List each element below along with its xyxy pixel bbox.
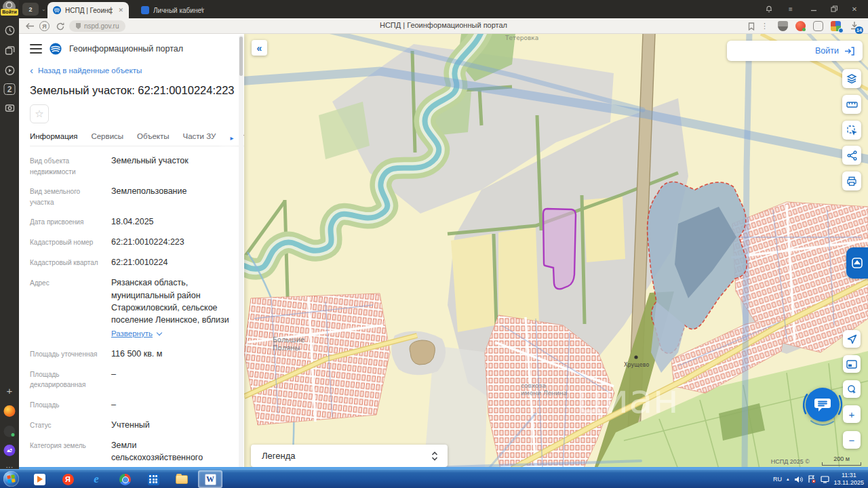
back-to-results-link[interactable]: ‹ Назад в найденные объекты <box>30 66 142 75</box>
app-title: Геоинформационный портал <box>69 44 183 54</box>
legend-bar[interactable]: Легенда <box>251 445 448 467</box>
browser-side-strip: Войти 2 + ⋯ <box>0 0 19 469</box>
locate-button[interactable] <box>843 330 861 348</box>
menu-icon[interactable] <box>30 44 42 54</box>
back-chevron-icon: ‹ <box>30 67 33 74</box>
panel-tabs: ИнформацияСервисыОбъектыЧасти ЗУСоста <box>30 129 244 146</box>
map-canvas[interactable]: ТетеровкаБольшие ПоляныХрущевосовхоза им… <box>244 34 868 469</box>
taskbar-app-grid[interactable] <box>141 470 165 488</box>
object-info-panel: Геоинформационный портал ‹ Назад в найде… <box>19 34 244 469</box>
downloads-icon[interactable]: 14 <box>850 21 860 31</box>
taskbar-media-player[interactable] <box>27 470 52 488</box>
tabs-scroll-right-button[interactable]: ▸ <box>225 130 239 145</box>
tab-nspd[interactable]: НСПД | Геоинформац ✕ <box>47 2 129 18</box>
attribute-value: 62:21:0010224:223 <box>111 236 184 248</box>
attribute-value: – <box>111 399 116 411</box>
layers-button[interactable] <box>842 69 861 88</box>
chat-bubble-icon <box>814 396 831 413</box>
attribute-row: Вид объекта недвижимости Земельный участ… <box>30 155 229 177</box>
panel-scrollbar[interactable] <box>239 35 243 468</box>
zoom-out-button[interactable]: − <box>843 431 861 449</box>
history-icon[interactable] <box>4 24 16 36</box>
panel-tab[interactable]: Части ЗУ <box>183 132 216 146</box>
attribute-value: – <box>111 368 116 390</box>
start-button[interactable] <box>3 471 19 487</box>
search-on-map-button[interactable] <box>843 380 861 398</box>
tab-groups-button[interactable]: 2 <box>22 3 39 16</box>
display-icon[interactable] <box>821 476 829 483</box>
share-button[interactable] <box>842 146 861 165</box>
select-area-button[interactable] <box>842 121 861 140</box>
restore-button[interactable] <box>829 4 840 14</box>
side-widget-tab[interactable] <box>846 247 868 279</box>
browser-addressbar: Я nspd.gov.ru НСПД | Геоинформационный п… <box>19 18 868 34</box>
tray-expand-icon[interactable]: ▴ <box>787 476 789 482</box>
tab-close-icon[interactable]: ✕ <box>118 7 123 14</box>
attribute-label: Кадастровый номер <box>30 236 100 248</box>
extension-icon-1[interactable] <box>778 21 788 31</box>
taskbar-yandex-browser[interactable]: Я <box>56 470 80 488</box>
legend-expand-icon <box>431 451 438 461</box>
taskbar-word[interactable]: W <box>198 470 222 488</box>
collections-icon[interactable] <box>4 45 16 56</box>
chat-button[interactable] <box>806 388 840 422</box>
taskbar-chrome[interactable] <box>113 470 137 488</box>
object-title: Земельный участок: 62:21:0010224:223 <box>30 84 235 97</box>
tab-groups-chevron-icon[interactable]: ⌄ <box>41 6 47 12</box>
attribute-row: Дата присвоения 18.04.2025 <box>30 216 229 228</box>
tab-count-icon[interactable]: 2 <box>4 83 16 95</box>
panel-tab[interactable]: Сервисы <box>91 132 123 146</box>
attribute-row: Кадастровый номер 62:21:0010224:223 <box>30 236 229 248</box>
attribute-row: Адрес Рязанская область, муниципальный р… <box>30 277 229 339</box>
extension-icon-3[interactable] <box>813 21 823 31</box>
favorite-button[interactable]: ☆ <box>30 104 49 123</box>
attribute-value: Земельный участок <box>111 155 189 177</box>
yandex-app-icon[interactable] <box>4 405 16 417</box>
volume-icon[interactable] <box>794 476 803 483</box>
expand-address-link[interactable]: Развернуть <box>111 328 229 340</box>
screenshot-icon[interactable] <box>4 102 16 113</box>
attribute-label: Кадастровый квартал <box>30 256 100 268</box>
attribute-row: Площадь уточненная 116 500 кв. м <box>30 348 229 360</box>
map-basemap <box>244 34 868 469</box>
panel-tab[interactable]: Информация <box>30 132 77 146</box>
lk-favicon <box>141 6 149 14</box>
addressbar-menu-icon[interactable]: ⋮ <box>759 20 770 32</box>
measure-button[interactable] <box>842 95 861 114</box>
print-button[interactable] <box>842 171 861 190</box>
attribute-value: Землепользование <box>111 185 186 207</box>
minimap-button[interactable] <box>843 355 861 373</box>
attribute-value: 62:21:0010224 <box>111 256 167 268</box>
extension-icon-2[interactable] <box>795 21 806 31</box>
page-title: НСПД | Геоинформационный портал <box>19 21 868 29</box>
video-icon[interactable] <box>4 64 16 76</box>
close-button[interactable]: ✕ <box>849 4 860 14</box>
action-center-icon[interactable] <box>808 475 816 483</box>
minimize-button[interactable] <box>808 4 819 14</box>
attribute-value: 18.04.2025 <box>111 216 154 228</box>
system-tray: RU ▴ 11:31 13.11.2025 <box>773 470 867 488</box>
map-login-bar[interactable]: Войти <box>727 41 863 61</box>
attribute-label: Площадь <box>30 399 100 411</box>
language-indicator[interactable]: RU <box>773 476 782 483</box>
scale-bar: 200 м <box>822 455 861 466</box>
sidebar-add-icon[interactable]: + <box>4 385 16 396</box>
clock[interactable]: 11:31 13.11.2025 <box>834 472 864 487</box>
panel-tab[interactable]: Объекты <box>137 132 169 146</box>
profile-login-badge[interactable]: Войти <box>1 9 18 16</box>
attribute-row: Статус Учтенный <box>30 419 229 431</box>
status-app-icon[interactable] <box>4 426 16 437</box>
alice-icon[interactable] <box>4 445 16 456</box>
browser-menu-icon[interactable]: ≡ <box>785 4 796 14</box>
taskbar: Я e W RU ▴ 11:31 13.11.2025 <box>0 469 868 488</box>
zoom-in-button[interactable]: + <box>843 405 861 423</box>
extension-icon-4[interactable] <box>831 21 841 31</box>
desktop: Войти 2 + ⋯ 2 ⌄ <box>0 0 868 488</box>
notifications-icon[interactable] <box>764 4 774 14</box>
new-tab-button[interactable]: + <box>197 4 208 15</box>
taskbar-internet-explorer[interactable]: e <box>84 470 108 488</box>
collapse-panel-button[interactable]: « <box>252 40 267 56</box>
attribute-row: Кадастровый квартал 62:21:0010224 <box>30 256 229 268</box>
taskbar-explorer[interactable] <box>170 470 194 488</box>
bookmark-icon[interactable] <box>745 20 757 32</box>
